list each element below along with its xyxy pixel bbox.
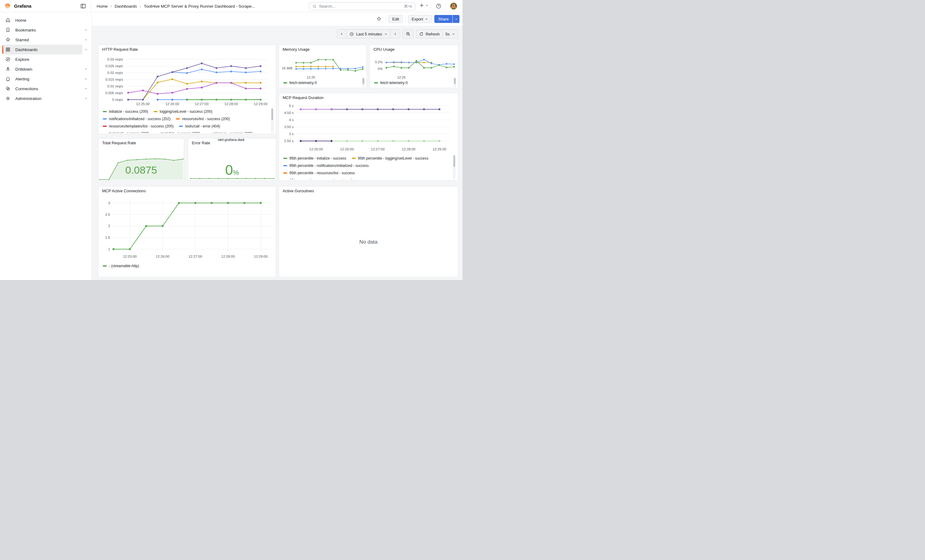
- panel-total-request-rate: Total Request Rate 0.0875: [98, 138, 184, 181]
- legend-swatch: [103, 111, 107, 112]
- chevron-left-icon: [340, 32, 343, 36]
- time-range-label: Last 5 minutes: [356, 32, 382, 36]
- sidebar-item-starred[interactable]: Starred: [0, 35, 92, 45]
- sidebar-item-drilldown[interactable]: Drilldown: [0, 64, 92, 74]
- legend-label: 95th percentile - resources/list - succe…: [289, 171, 355, 175]
- chevron-down-icon[interactable]: [84, 48, 88, 52]
- legend-item[interactable]: 95th percentile - initialize - success: [283, 156, 346, 161]
- chevron-down-icon: [425, 4, 429, 7]
- legend-swatch: [103, 265, 107, 267]
- legend-item[interactable]: resources/list - success (200): [176, 117, 230, 121]
- avatar-identicon-icon: [450, 3, 457, 9]
- legend-item[interactable]: 95th percentile - resources/list - succe…: [283, 171, 355, 175]
- legend-item[interactable]: resources/templates/list - success (200): [103, 124, 173, 128]
- share-menu-button[interactable]: [453, 15, 459, 23]
- svg-text:12:25: 12:25: [397, 75, 405, 79]
- svg-text:0.2%: 0.2%: [375, 60, 383, 64]
- legend-item[interactable]: unknown - success (200): [206, 131, 253, 133]
- refresh-button[interactable]: Refresh: [416, 30, 443, 38]
- zoom-out-button[interactable]: [403, 30, 413, 38]
- search-shortcut: ⌘+k: [404, 4, 412, 9]
- help-button[interactable]: [435, 3, 442, 9]
- legend-item[interactable]: initialize - success (200): [103, 110, 148, 114]
- legend-label: tools/call - error (404): [185, 124, 220, 128]
- breadcrumb-item[interactable]: Home: [96, 4, 108, 9]
- legend-item[interactable]: tools/call - success (200): [103, 131, 149, 133]
- sidebar-item-alerting[interactable]: Alerting: [0, 74, 92, 84]
- legend-item[interactable]: tools/list - success (200): [155, 131, 200, 133]
- legend-label: fetch-telemetry-0: [380, 81, 408, 85]
- breadcrumb-item[interactable]: ToolHive MCP Server & Proxy Runner Dashb…: [144, 4, 255, 9]
- user-avatar[interactable]: [450, 3, 457, 9]
- svg-text:1: 1: [108, 247, 110, 251]
- sidebar-item-dashboards[interactable]: Dashboards: [0, 45, 92, 54]
- time-range-picker[interactable]: Last 5 minutes: [346, 30, 390, 38]
- legend-item[interactable]: 95th percentile - logging/setLevel - suc…: [352, 156, 428, 161]
- svg-text:3: 3: [108, 201, 110, 205]
- bookmark-icon: [5, 27, 11, 33]
- legend-scrollbar[interactable]: [453, 77, 456, 87]
- datasource-floating-label: otel-grafana-dark: [218, 138, 245, 141]
- star-icon: [376, 16, 382, 22]
- sidebar-item-administration[interactable]: Administration: [0, 93, 92, 103]
- grafana-logo-icon: [4, 3, 11, 9]
- sidebar-collapse-icon[interactable]: [80, 3, 86, 9]
- legend-scrollbar[interactable]: [271, 108, 273, 133]
- refresh-interval-label: 5s: [445, 32, 450, 36]
- legend-swatch: [283, 173, 287, 174]
- chevron-down-icon[interactable]: [84, 38, 88, 42]
- chevron-down-icon[interactable]: [84, 28, 88, 33]
- series-tools/call - success (200): [128, 63, 261, 100]
- dashboard-toolbar: Edit Export Share: [92, 12, 462, 26]
- svg-text:4.50 s: 4.50 s: [284, 111, 294, 115]
- chevron-down-icon[interactable]: [84, 87, 88, 92]
- chevron-down-icon[interactable]: [84, 77, 88, 82]
- panel-active-goroutines: Active Goroutines No data: [279, 186, 458, 277]
- legend-item[interactable]: fetch-telemetry-0: [374, 81, 408, 85]
- refresh-label: Refresh: [426, 32, 440, 36]
- connections-legend: - (streamable-http): [103, 262, 270, 271]
- svg-text:12:25:00: 12:25:00: [309, 147, 323, 151]
- add-button[interactable]: [419, 3, 429, 8]
- svg-text:0.02 req/s: 0.02 req/s: [107, 71, 123, 75]
- legend-label: resources/list - success (200): [182, 117, 230, 121]
- sidebar-item-label: Drilldown: [15, 67, 32, 72]
- legend-item[interactable]: - (streamable-http): [103, 264, 139, 268]
- breadcrumb-separator: ›: [110, 4, 112, 9]
- export-label: Export: [412, 17, 423, 21]
- panel-title[interactable]: Active Goroutines: [283, 189, 314, 193]
- refresh-interval-dropdown[interactable]: 5s: [442, 30, 458, 38]
- legend-item[interactable]: 95th percentile - notifications/initiali…: [283, 164, 369, 168]
- favorite-star-button[interactable]: [375, 15, 383, 23]
- chevron-down-icon[interactable]: [84, 97, 88, 101]
- sidebar-item-bookmarks[interactable]: Bookmarks: [0, 25, 92, 35]
- legend-item[interactable]: tools/call - error (404): [179, 124, 220, 128]
- legend-scrollbar[interactable]: [453, 155, 455, 179]
- sidebar-item-explore[interactable]: Explore: [0, 54, 92, 64]
- svg-text:0.03 req/s: 0.03 req/s: [107, 57, 123, 61]
- legend-label: unknown - success (200): [212, 131, 253, 133]
- chevron-down-icon[interactable]: [84, 67, 88, 72]
- search-input[interactable]: Search... ⌘+k: [309, 2, 416, 11]
- series-unknown - success (200): [128, 83, 261, 94]
- sidebar-item-connections[interactable]: Connections: [0, 84, 92, 93]
- time-shift-forward-button[interactable]: [390, 30, 400, 38]
- sidebar-item-home[interactable]: Home: [0, 15, 92, 25]
- legend-item[interactable]: notifications/initialized - success (202…: [103, 117, 170, 121]
- legend-item[interactable]: fetch-telemetry-0: [283, 81, 317, 85]
- legend-scrollbar[interactable]: [362, 77, 365, 87]
- share-button[interactable]: Share: [434, 15, 452, 23]
- legend-item[interactable]: logging/setLevel - success (200): [154, 110, 212, 114]
- breadcrumb-item[interactable]: Dashboards: [115, 4, 137, 9]
- legend-swatch: [283, 165, 287, 166]
- svg-text:12:27:00: 12:27:00: [371, 147, 385, 151]
- svg-text:4 s: 4 s: [289, 118, 294, 122]
- time-shift-back-button[interactable]: [337, 30, 346, 38]
- edit-button[interactable]: Edit: [389, 15, 402, 23]
- search-icon: [312, 4, 316, 9]
- legend-label: tools/list - success (200): [161, 131, 200, 133]
- export-button[interactable]: Export: [408, 15, 432, 23]
- legend-swatch: [103, 126, 107, 127]
- svg-text:12:28:00: 12:28:00: [221, 255, 235, 258]
- legend-item[interactable]: 95th percentile - resources/templates/li…: [283, 178, 372, 179]
